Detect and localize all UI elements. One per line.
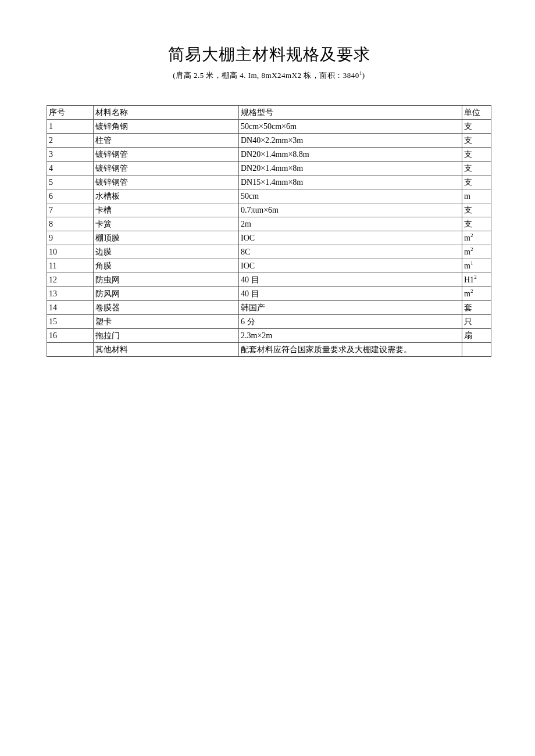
- cell-name: 防风网: [94, 287, 239, 301]
- unit-sup: 2: [470, 232, 473, 238]
- cell-name: 防虫网: [94, 273, 239, 287]
- cell-seq: 12: [47, 273, 94, 287]
- table-row: 3镀锌钢管DN20×1.4mm×8.8m支: [47, 148, 491, 162]
- document-subtitle: (肩高 2.5 米，棚高 4. Im, 8mX24mX2 栋，面积：38401): [47, 70, 491, 81]
- cell-unit: 支: [462, 175, 491, 189]
- unit-sup: 1: [470, 260, 473, 266]
- cell-name: 镀锌角钢: [94, 120, 239, 134]
- cell-seq: 14: [47, 301, 94, 315]
- cell-seq: 5: [47, 175, 94, 189]
- cell-unit: m: [462, 189, 491, 203]
- cell-unit: m1: [462, 259, 491, 273]
- cell-spec: 韩国产: [239, 301, 462, 315]
- cell-name: 镀锌钢管: [94, 175, 239, 189]
- cell-seq: 10: [47, 245, 94, 259]
- table-row: 7卡槽0.7πιm×6m支: [47, 203, 491, 217]
- cell-seq: 16: [47, 329, 94, 343]
- cell-seq: 11: [47, 259, 94, 273]
- cell-unit: m2: [462, 245, 491, 259]
- cell-spec: 配套材料应符合国家质量要求及大棚建设需要。: [239, 343, 462, 357]
- unit-sup: 2: [470, 288, 473, 294]
- cell-spec: 8C: [239, 245, 462, 259]
- cell-name: 塑卡: [94, 315, 239, 329]
- cell-unit: 支: [462, 217, 491, 231]
- cell-seq: 7: [47, 203, 94, 217]
- table-row: 其他材料配套材料应符合国家质量要求及大棚建设需要。: [47, 343, 491, 357]
- materials-table: 序号 材料名称 规格型号 单位 1镀锌角钢50cm×50cm×6m支2柱管DN4…: [47, 105, 491, 357]
- cell-spec: IOC: [239, 231, 462, 245]
- cell-seq: 4: [47, 162, 94, 175]
- cell-spec: 50cm: [239, 189, 462, 203]
- table-body: 1镀锌角钢50cm×50cm×6m支2柱管DN40×2.2mm×3m支3镀锌钢管…: [47, 120, 491, 357]
- table-row: 14卷膜器韩国产套: [47, 301, 491, 315]
- cell-spec: DN20×1.4mm×8.8m: [239, 148, 462, 162]
- cell-spec: 0.7πιm×6m: [239, 203, 462, 217]
- cell-unit: 支: [462, 162, 491, 175]
- cell-spec: DN40×2.2mm×3m: [239, 134, 462, 148]
- table-row: 12防虫网40 目H12: [47, 273, 491, 287]
- table-row: 13防风网40 目m2: [47, 287, 491, 301]
- cell-spec: 2m: [239, 217, 462, 231]
- cell-name: 拖拉门: [94, 329, 239, 343]
- unit-sup: 2: [470, 246, 473, 252]
- unit-base: H1: [464, 275, 474, 284]
- table-row: 10边膜8Cm2: [47, 245, 491, 259]
- cell-seq: 8: [47, 217, 94, 231]
- cell-unit: 支: [462, 203, 491, 217]
- header-name: 材料名称: [94, 106, 239, 120]
- table-row: 5镀锌钢管DN15×1.4mm×8m支: [47, 175, 491, 189]
- cell-name: 卡簧: [94, 217, 239, 231]
- unit-sup: 2: [474, 274, 477, 280]
- cell-unit: m2: [462, 231, 491, 245]
- cell-name: 水槽板: [94, 189, 239, 203]
- cell-name: 镀锌钢管: [94, 148, 239, 162]
- cell-name: 卡槽: [94, 203, 239, 217]
- cell-unit: H12: [462, 273, 491, 287]
- subtitle-text: (肩高 2.5 米，棚高 4. Im, 8mX24mX2 栋，面积：3840: [173, 71, 359, 80]
- cell-unit: 只: [462, 315, 491, 329]
- unit-base: m: [464, 234, 470, 242]
- cell-name: 其他材料: [94, 343, 239, 357]
- unit-base: m: [464, 248, 470, 256]
- subtitle-suffix: ): [362, 71, 365, 80]
- table-row: 4镀锌钢管DN20×1.4mm×8m支: [47, 162, 491, 175]
- cell-name: 棚顶膜: [94, 231, 239, 245]
- cell-spec: DN15×1.4mm×8m: [239, 175, 462, 189]
- cell-seq: 1: [47, 120, 94, 134]
- cell-unit: 支: [462, 134, 491, 148]
- cell-spec: 2.3m×2m: [239, 329, 462, 343]
- unit-base: m: [464, 261, 470, 270]
- cell-unit: m2: [462, 287, 491, 301]
- cell-seq: 2: [47, 134, 94, 148]
- cell-name: 角膜: [94, 259, 239, 273]
- table-row: 15塑卡6 分只: [47, 315, 491, 329]
- table-header-row: 序号 材料名称 规格型号 单位: [47, 106, 491, 120]
- cell-spec: 40 目: [239, 273, 462, 287]
- cell-unit: 套: [462, 301, 491, 315]
- table-row: 16拖拉门2.3m×2m扇: [47, 329, 491, 343]
- table-row: 8卡簧2m支: [47, 217, 491, 231]
- cell-spec: 6 分: [239, 315, 462, 329]
- cell-seq: 13: [47, 287, 94, 301]
- cell-seq: [47, 343, 94, 357]
- cell-unit: [462, 343, 491, 357]
- table-row: 1镀锌角钢50cm×50cm×6m支: [47, 120, 491, 134]
- table-row: 11角膜IOCm1: [47, 259, 491, 273]
- cell-name: 镀锌钢管: [94, 162, 239, 175]
- header-unit: 单位: [462, 106, 491, 120]
- cell-name: 边膜: [94, 245, 239, 259]
- table-row: 6水槽板50cmm: [47, 189, 491, 203]
- cell-seq: 6: [47, 189, 94, 203]
- cell-seq: 9: [47, 231, 94, 245]
- cell-seq: 15: [47, 315, 94, 329]
- table-row: 9棚顶膜IOCm2: [47, 231, 491, 245]
- unit-base: m: [464, 289, 470, 298]
- document-title: 简易大棚主材料规格及要求: [47, 44, 491, 66]
- header-seq: 序号: [47, 106, 94, 120]
- cell-unit: 扇: [462, 329, 491, 343]
- cell-spec: 40 目: [239, 287, 462, 301]
- cell-spec: 50cm×50cm×6m: [239, 120, 462, 134]
- cell-unit: 支: [462, 120, 491, 134]
- header-spec: 规格型号: [239, 106, 462, 120]
- cell-spec: DN20×1.4mm×8m: [239, 162, 462, 175]
